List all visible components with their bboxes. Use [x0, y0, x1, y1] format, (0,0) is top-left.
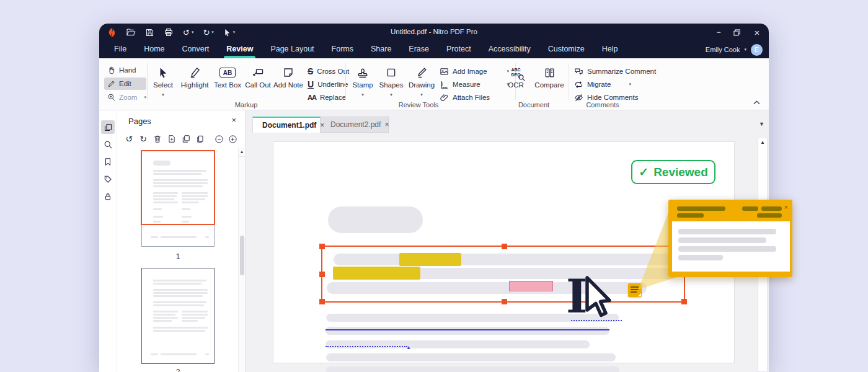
minimize-button[interactable]: − [714, 28, 723, 37]
selection-handle-se[interactable] [681, 299, 687, 304]
blue-line-annotation[interactable] [326, 329, 609, 330]
pages-panel-button[interactable] [101, 120, 115, 134]
navigation-strip [99, 110, 117, 372]
select-button[interactable]: Select ▾ [146, 64, 180, 104]
delete-page-button[interactable] [152, 133, 163, 144]
check-icon: ✓ [639, 165, 649, 179]
text-cursor-and-pointer: I [561, 268, 629, 327]
call-out-button[interactable]: Call Out [241, 64, 275, 104]
sticky-note-popup[interactable]: × [668, 200, 792, 277]
menu-convert[interactable]: Convert [174, 41, 218, 58]
extract-pages-button[interactable] [195, 133, 206, 144]
bookmarks-panel-button[interactable] [101, 155, 115, 169]
visible-area-rectangle[interactable] [141, 150, 215, 225]
hand-tool-button[interactable]: Hand [104, 64, 146, 76]
popup-comment-body[interactable] [672, 221, 790, 272]
text-box-icon: AB [219, 64, 236, 81]
replace-icon: AA [308, 94, 316, 101]
insert-page-button[interactable] [166, 133, 177, 144]
selection-handle-n[interactable] [502, 244, 507, 249]
menu-file[interactable]: File [105, 41, 135, 58]
popup-close-icon[interactable]: × [784, 203, 788, 211]
zoom-tool-button[interactable]: Zoom ▾ [104, 91, 146, 104]
zoom-in-thumbnails-button[interactable] [227, 133, 238, 144]
ocr-button[interactable]: ABCDEQ OCR [499, 64, 533, 104]
text-placeholder-line [326, 353, 616, 361]
text-box-button[interactable]: AB Text Box [211, 64, 244, 104]
tab-document1[interactable]: Document1.pdf × [252, 117, 321, 133]
compare-button[interactable]: Compare [533, 64, 566, 104]
tab2-close-icon[interactable]: × [384, 120, 389, 129]
security-panel-button[interactable] [101, 190, 115, 203]
summarize-comment-button[interactable]: Summarize Comment [574, 66, 666, 77]
selection-handle-sw[interactable] [319, 299, 325, 304]
page-number-2: 2 [141, 368, 215, 372]
migrate-caret-icon[interactable]: ▾ [629, 82, 631, 87]
pages-icon [104, 123, 113, 132]
menu-share[interactable]: Share [362, 41, 400, 58]
zoom-out-thumbnails-button[interactable] [213, 133, 224, 144]
selection-handle-w[interactable] [319, 272, 325, 277]
migrate-icon [574, 80, 583, 89]
menu-help[interactable]: Help [593, 41, 627, 58]
reviewed-stamp[interactable]: ✓ Reviewed [631, 160, 715, 184]
shapes-caret-icon[interactable]: ▾ [390, 92, 392, 97]
menu-erase[interactable]: Erase [400, 41, 438, 58]
page-thumbnail-2[interactable] [141, 268, 215, 364]
edit-tool-label: Edit [119, 80, 131, 87]
ribbon: Hand Edit Zoom ▾ Select ▾ Highlight AB T… [99, 58, 769, 110]
tag-icon [104, 175, 112, 184]
scroll-up-icon[interactable]: ▲ [758, 140, 767, 145]
panel-scrollbar[interactable]: ▴ [238, 148, 245, 372]
tab-document2[interactable]: Document2.pdf × [321, 117, 389, 133]
ribbon-collapse-button[interactable] [753, 100, 760, 105]
drawing-button[interactable]: Drawing ▾ [405, 64, 438, 104]
rotate-right-button[interactable]: ↻ [138, 133, 149, 144]
drawing-pencil-icon [415, 64, 428, 81]
selection-handle-nw[interactable] [319, 244, 325, 249]
tab1-close-icon[interactable]: × [320, 121, 324, 130]
menu-forms[interactable]: Forms [323, 41, 362, 58]
drawing-caret-icon[interactable]: ▾ [420, 92, 423, 97]
menu-customize[interactable]: Customize [539, 41, 593, 58]
blue-dotted-underline-annotation[interactable] [326, 346, 407, 347]
panel-title: Pages [128, 117, 151, 126]
section-review-tools: Review Tools [384, 101, 453, 108]
search-icon [104, 140, 113, 149]
tags-panel-button[interactable] [101, 172, 115, 186]
restore-button[interactable] [733, 29, 742, 36]
summarize-comment-icon [574, 67, 583, 76]
selection-handle-s[interactable] [502, 299, 507, 304]
search-panel-button[interactable] [101, 138, 115, 151]
caret-insert-annotation[interactable]: ▲ [406, 345, 411, 350]
bookmark-icon [104, 157, 112, 166]
menu-home[interactable]: Home [135, 41, 173, 58]
stamp-caret-icon[interactable]: ▾ [361, 92, 364, 97]
shapes-button[interactable]: Shapes ▾ [374, 64, 408, 104]
duplicate-page-button[interactable] [180, 133, 192, 144]
avatar[interactable]: E [751, 44, 763, 56]
panel-close-button[interactable]: × [231, 115, 236, 125]
zoom-tool-label: Zoom [119, 94, 137, 101]
menu-protect[interactable]: Protect [438, 41, 480, 58]
highlight-button[interactable]: Highlight [178, 64, 211, 104]
compare-icon [544, 64, 556, 81]
migrate-button[interactable]: Migrate ▾ [574, 79, 631, 90]
text-placeholder-title [328, 206, 423, 233]
edit-tool-button[interactable]: Edit [104, 78, 146, 90]
highlighter-icon [188, 64, 201, 81]
section-document: Document [500, 101, 568, 108]
menu-review[interactable]: Review [218, 41, 262, 58]
menu-accessibility[interactable]: Accessibility [480, 41, 539, 58]
close-button[interactable]: × [753, 27, 761, 38]
panel-scroll-up-icon[interactable]: ▴ [239, 149, 245, 157]
menu-page-layout[interactable]: Page Layout [262, 41, 322, 58]
add-note-icon [283, 64, 294, 81]
tab-list-caret-icon[interactable]: ▼ [759, 121, 764, 127]
select-caret-icon[interactable]: ▾ [162, 92, 164, 97]
add-note-button[interactable]: Add Note [272, 64, 305, 104]
rotate-left-button[interactable]: ↺ [123, 133, 135, 144]
popup-meta-placeholder [742, 206, 758, 211]
user-menu[interactable]: Emily Cook ▾ E [706, 44, 769, 56]
panel-scroll-thumb[interactable] [240, 236, 244, 275]
